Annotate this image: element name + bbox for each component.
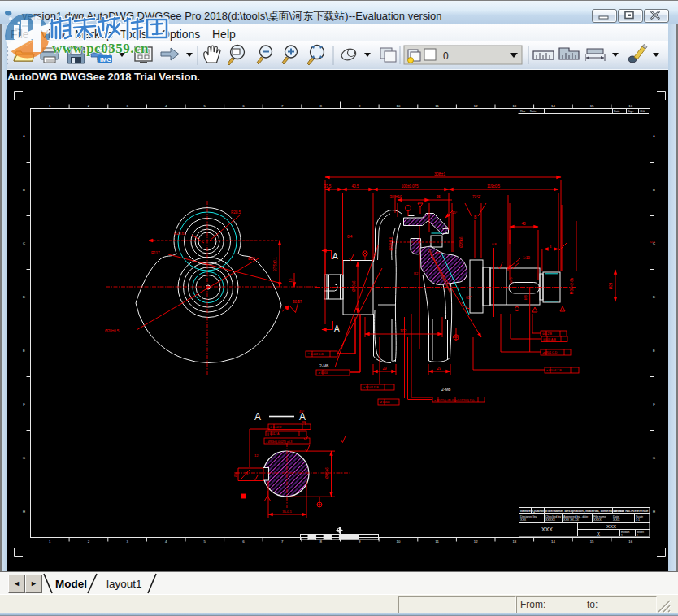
svg-text:35-0.1: 35-0.1 bbox=[282, 510, 292, 514]
svg-text:XXXX: XXXX bbox=[593, 518, 602, 522]
svg-text:Ø25: Ø25 bbox=[436, 251, 442, 255]
svg-text:B: B bbox=[474, 215, 477, 219]
svg-text:40.5: 40.5 bbox=[352, 184, 359, 189]
svg-text:D: D bbox=[653, 295, 655, 299]
svg-text:Designed by: Designed by bbox=[520, 515, 537, 518]
svg-text:15: 15 bbox=[289, 278, 293, 283]
svg-text:30.07: 30.07 bbox=[293, 300, 302, 304]
svg-text:⊿ 0.004: ⊿ 0.004 bbox=[318, 371, 328, 375]
svg-text:layout1: layout1 bbox=[106, 578, 142, 590]
svg-text:2: 2 bbox=[88, 104, 90, 108]
svg-text:∥ 0.05 A-B: ∥ 0.05 A-B bbox=[543, 338, 556, 341]
svg-text:www.pc0359.cn: www.pc0359.cn bbox=[52, 41, 149, 56]
svg-text:R117: R117 bbox=[151, 251, 160, 255]
svg-text:1: 1 bbox=[49, 104, 51, 108]
svg-text:12: 12 bbox=[474, 540, 478, 544]
svg-text:0.8: 0.8 bbox=[650, 240, 655, 244]
svg-text:X: X bbox=[597, 531, 600, 536]
svg-text:0: 0 bbox=[443, 50, 449, 62]
svg-text:Note: Note bbox=[530, 110, 537, 113]
svg-text:E: E bbox=[653, 349, 655, 353]
svg-text:XXXXX: XXXXX bbox=[545, 518, 556, 522]
svg-text:16: 16 bbox=[628, 104, 632, 108]
svg-text:4: 4 bbox=[165, 540, 167, 544]
svg-text:Ø38H10: Ø38H10 bbox=[389, 236, 393, 250]
svg-text:9: 9 bbox=[359, 104, 361, 108]
svg-text:11: 11 bbox=[435, 540, 439, 544]
svg-text:Checked by: Checked by bbox=[545, 515, 561, 518]
svg-text:3: 3 bbox=[126, 540, 128, 544]
svg-text:102: 102 bbox=[400, 328, 407, 333]
svg-text:Ø25k6: Ø25k6 bbox=[459, 236, 463, 248]
svg-text:M30×2-6h: M30×2-6h bbox=[570, 277, 574, 294]
svg-text:⊿ R0.01 D-B: ⊿ R0.01 D-B bbox=[363, 386, 379, 389]
svg-text:H: H bbox=[23, 510, 25, 514]
svg-text:Quantity: Quantity bbox=[532, 509, 547, 513]
svg-text:Approved by - date: Approved by - date bbox=[563, 515, 588, 518]
svg-text:10: 10 bbox=[397, 540, 401, 544]
svg-text:A: A bbox=[653, 134, 655, 138]
svg-text:Itemref: Itemref bbox=[520, 509, 532, 513]
svg-text:119±0.5: 119±0.5 bbox=[487, 184, 500, 189]
svg-text:Model: Model bbox=[55, 578, 87, 590]
svg-text:15: 15 bbox=[590, 104, 594, 108]
svg-text:F: F bbox=[23, 402, 25, 406]
svg-text:M8: M8 bbox=[524, 294, 528, 299]
svg-text:1: 1 bbox=[621, 534, 623, 537]
svg-text:100±0.075: 100±0.075 bbox=[401, 184, 419, 189]
svg-text:Article No./Reference: Article No./Reference bbox=[614, 509, 649, 513]
svg-text:35: 35 bbox=[436, 195, 441, 199]
svg-text:5: 5 bbox=[204, 540, 206, 544]
svg-text:Title/Name, designation, mater: Title/Name, designation, material, dimen… bbox=[545, 509, 624, 513]
svg-text:10: 10 bbox=[397, 104, 401, 108]
svg-text:Date: Date bbox=[614, 110, 620, 113]
svg-text:1:1: 1:1 bbox=[636, 518, 640, 522]
svg-text:⌒ 0.008 D-B: ⌒ 0.008 D-B bbox=[307, 353, 324, 356]
svg-text:⊿ Ø0.1 C-D: ⊿ Ø0.1 C-D bbox=[542, 351, 558, 354]
svg-text:XXX: XXX bbox=[541, 527, 553, 532]
svg-text:R2: R2 bbox=[414, 271, 419, 275]
svg-text:14: 14 bbox=[551, 104, 555, 108]
svg-text:8: 8 bbox=[320, 104, 323, 108]
svg-text:12: 12 bbox=[474, 104, 478, 108]
svg-text:Ø30k6: Ø30k6 bbox=[352, 280, 356, 292]
svg-text:15: 15 bbox=[590, 540, 594, 544]
svg-text:H: H bbox=[653, 510, 655, 514]
svg-text:2-M8: 2-M8 bbox=[441, 387, 451, 392]
svg-text:Rev: Rev bbox=[520, 110, 526, 113]
svg-text:16: 16 bbox=[628, 540, 632, 544]
svg-text:15°: 15° bbox=[452, 210, 457, 215]
svg-text:1: 1 bbox=[49, 540, 51, 544]
svg-text:⊜ 0.2 B: ⊜ 0.2 B bbox=[542, 332, 552, 336]
svg-text:2-M6: 2-M6 bbox=[319, 363, 329, 368]
svg-text:12: 12 bbox=[254, 453, 259, 458]
svg-text:R28.5: R28.5 bbox=[231, 210, 241, 215]
svg-text:⌖ Ø0.25Ⓜ Ø0.05(±0.01/100) DⓂ: ⌖ Ø0.25Ⓜ Ø0.05(±0.01/100) DⓂ bbox=[434, 399, 475, 402]
svg-text:40: 40 bbox=[521, 222, 526, 226]
svg-text:File name: File name bbox=[593, 515, 606, 518]
svg-text:XXX: XXX bbox=[520, 518, 527, 522]
svg-text:F: F bbox=[653, 402, 655, 406]
svg-text:Sign: Sign bbox=[628, 110, 633, 113]
svg-text:Ø24: Ø24 bbox=[609, 282, 613, 289]
svg-text:5: 5 bbox=[204, 104, 206, 108]
svg-text:Date: Date bbox=[613, 515, 619, 518]
svg-text:71°2': 71°2' bbox=[472, 195, 480, 199]
svg-text:Chk: Chk bbox=[640, 110, 645, 113]
svg-text:0.4: 0.4 bbox=[347, 235, 353, 239]
svg-text:Ø28: Ø28 bbox=[248, 257, 255, 261]
svg-text:1:10: 1:10 bbox=[523, 256, 530, 260]
svg-text:4: 4 bbox=[165, 104, 167, 108]
svg-text:XXX: XXX bbox=[606, 524, 616, 529]
svg-text:⫞ Ø35h6(-0.025) ±0.3: ⫞ Ø35h6(-0.025) ±0.3 bbox=[266, 440, 292, 444]
svg-text:Ø35h6: Ø35h6 bbox=[325, 467, 329, 479]
svg-text:6: 6 bbox=[242, 104, 245, 108]
svg-text:B: B bbox=[23, 188, 25, 192]
svg-text:Ø28±0.5: Ø28±0.5 bbox=[105, 329, 120, 333]
svg-text:⊖ 0.14 M: ⊖ 0.14 M bbox=[270, 426, 281, 429]
svg-text:A: A bbox=[254, 411, 261, 423]
svg-text:6: 6 bbox=[242, 540, 245, 544]
svg-text:0.8: 0.8 bbox=[492, 242, 497, 246]
svg-text:7: 7 bbox=[281, 104, 284, 108]
svg-text:⊿ 0.004: ⊿ 0.004 bbox=[380, 401, 389, 404]
